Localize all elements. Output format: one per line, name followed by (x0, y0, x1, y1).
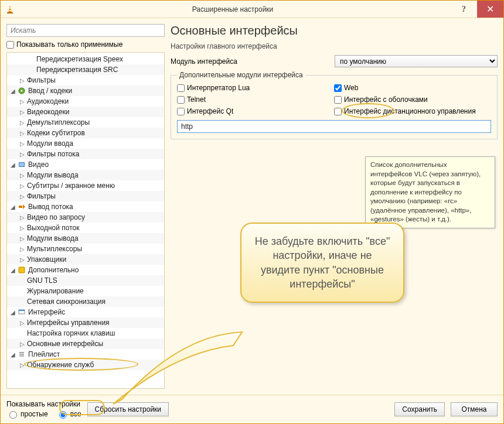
tree-expand-icon[interactable]: ▷ (19, 193, 26, 200)
tree-expand-icon[interactable]: ▷ (19, 320, 26, 326)
tree-item[interactable]: ▷Фильтры (7, 191, 164, 201)
settings-tree[interactable]: Передискретизация SpeexПередискретизация… (6, 52, 165, 389)
tree-item-label: Фильтры (27, 76, 56, 84)
tree-item-label: Фильтры потока (27, 150, 79, 158)
tree-item[interactable]: ◢Дополнительно (7, 265, 164, 275)
section-subheading: Настройки главного интерфейса (171, 42, 498, 50)
radio-simple[interactable]: простые (6, 409, 48, 419)
interface-module-select[interactable]: по умолчанию (335, 55, 498, 67)
stream-icon (18, 203, 26, 211)
tree-item[interactable]: ▷Фильтры потока (7, 149, 164, 159)
tree-item[interactable]: Настройка горячих клавиш (7, 328, 164, 338)
tree-item-label: Видеокодеки (27, 108, 69, 116)
tree-item-label: Настройка горячих клавиш (27, 329, 115, 337)
tree-expand-icon[interactable]: ◢ (9, 309, 16, 316)
tree-item[interactable]: ◢Вывод потока (7, 201, 164, 212)
tree-item-label: Мультиплексоры (27, 245, 82, 253)
tree-expand-icon[interactable]: ▷ (19, 225, 26, 231)
tree-item[interactable]: GNU TLS (7, 275, 164, 286)
tree-item[interactable]: Передискретизация Speex (7, 54, 164, 64)
tree-item[interactable]: ▷Модули вывода (7, 233, 164, 244)
tree-item[interactable]: ▷Видеокодеки (7, 107, 164, 117)
tree-item[interactable]: ▷Модули ввода (7, 138, 164, 149)
tree-item[interactable]: ◢Ввод / кодеки (7, 86, 164, 96)
tree-expand-icon[interactable]: ◢ (9, 162, 16, 168)
show-only-applicable-checkbox[interactable]: Показывать только применимые (6, 39, 165, 50)
tree-item-label: Выходной поток (27, 224, 79, 232)
show-only-applicable-input[interactable] (6, 41, 14, 49)
adv-icon (18, 266, 26, 274)
tree-item[interactable]: ▷Кодеки субтитров (7, 128, 164, 138)
extra-interfaces-input[interactable] (177, 120, 491, 133)
tree-item[interactable]: ▷Упаковщики (7, 254, 164, 265)
tree-item[interactable]: ◢Видео (7, 159, 164, 170)
tree-item[interactable]: ▷Видео по запросу (7, 212, 164, 223)
tree-item-label: Вывод потока (28, 203, 73, 211)
help-button[interactable]: ? (451, 1, 477, 18)
tree-item[interactable]: ▷Интерфейсы управления (7, 317, 164, 328)
reset-button[interactable]: Сбросить настройки (87, 402, 169, 416)
tree-item-label: Субтитры / экранное меню (27, 182, 115, 190)
telnet-checkbox[interactable]: Telnet (177, 95, 334, 104)
close-button[interactable]: ✕ (477, 1, 503, 18)
tooltip: Список дополнительных интерфейсов VLC (ч… (365, 156, 495, 228)
tree-item-label: Демультиплексоры (27, 118, 90, 126)
tree-item[interactable]: ▷Выходной поток (7, 223, 164, 233)
tree-item[interactable]: Сетевая синхронизация (7, 296, 164, 307)
tree-expand-icon[interactable]: ▷ (19, 109, 26, 115)
tree-item-label: Кодеки субтитров (27, 129, 85, 137)
tree-expand-icon[interactable]: ▷ (19, 214, 26, 221)
skins-checkbox[interactable]: Интерфейс с оболочками (334, 95, 491, 104)
section-heading: Основные интерфейсы (171, 24, 498, 37)
tree-expand-icon[interactable]: ▷ (19, 257, 26, 263)
tree-expand-icon[interactable]: ▷ (19, 172, 26, 179)
tree-expand-icon[interactable]: ◢ (9, 267, 16, 273)
show-settings-label: Показывать настройки (6, 400, 81, 408)
tree-expand-icon[interactable]: ◢ (9, 204, 16, 210)
qt-checkbox[interactable]: Интерфейс Qt (177, 107, 334, 115)
tree-expand-icon[interactable]: ▷ (19, 341, 26, 347)
window-frame: Расширенные настройки ? ✕ Показывать тол… (0, 0, 504, 424)
tree-item[interactable]: ▷Модули вывода (7, 170, 164, 180)
tree-item[interactable]: ◢Плейлист (7, 349, 164, 360)
search-input[interactable] (6, 24, 165, 37)
tree-item[interactable]: Журналирование (7, 286, 164, 296)
tree-item[interactable]: Передискретизация SRC (7, 64, 164, 75)
tree-item-label: Сетевая синхронизация (27, 298, 105, 306)
app-icon (5, 5, 15, 14)
cancel-button[interactable]: Отмена (451, 402, 498, 416)
tree-item[interactable]: ▷Субтитры / экранное меню (7, 180, 164, 191)
tree-item[interactable]: ▷Обнаружение служб (7, 360, 164, 370)
tree-expand-icon[interactable]: ◢ (9, 88, 16, 94)
tree-item[interactable]: ▷Демультиплексоры (7, 117, 164, 128)
tree-item[interactable]: ▷Основные интерфейсы (7, 338, 164, 349)
save-button[interactable]: Сохранить (394, 402, 445, 416)
tree-item-label: Видео (28, 160, 49, 169)
svg-rect-1 (9, 8, 11, 9)
tree-expand-icon[interactable]: ▷ (19, 141, 26, 147)
window-title: Расширенные настройки (15, 5, 451, 13)
tree-expand-icon[interactable]: ▷ (19, 130, 26, 136)
tree-item-label: Интерфейсы управления (27, 319, 110, 327)
tree-item[interactable]: ▷Мультиплексоры (7, 244, 164, 254)
tree-expand-icon[interactable]: ▷ (19, 362, 26, 368)
titlebar: Расширенные настройки ? ✕ (1, 1, 503, 18)
tree-item-label: Ввод / кодеки (28, 87, 72, 95)
tree-expand-icon[interactable]: ▷ (19, 235, 26, 242)
tree-expand-icon[interactable]: ▷ (19, 183, 26, 189)
tree-expand-icon[interactable]: ▷ (19, 246, 26, 252)
tree-item[interactable]: ▷Аудиокодеки (7, 96, 164, 107)
tree-item[interactable]: ▷Фильтры (7, 75, 164, 86)
tree-expand-icon[interactable]: ▷ (19, 77, 26, 84)
tree-expand-icon[interactable]: ▷ (19, 98, 26, 105)
tree-expand-icon[interactable]: ▷ (19, 151, 26, 158)
remote-checkbox[interactable]: Интерфейс дистанционного управления (334, 107, 491, 115)
lua-checkbox[interactable]: Интерпретатор Lua (177, 84, 334, 92)
tree-expand-icon[interactable]: ◢ (9, 351, 16, 358)
svg-point-4 (21, 90, 23, 92)
tree-item-label: Плейлист (28, 350, 60, 358)
tree-expand-icon[interactable]: ▷ (19, 119, 26, 126)
radio-all[interactable]: все (56, 409, 81, 419)
web-checkbox[interactable]: Web (334, 84, 491, 92)
tree-item[interactable]: ◢Интерфейс (7, 307, 164, 317)
